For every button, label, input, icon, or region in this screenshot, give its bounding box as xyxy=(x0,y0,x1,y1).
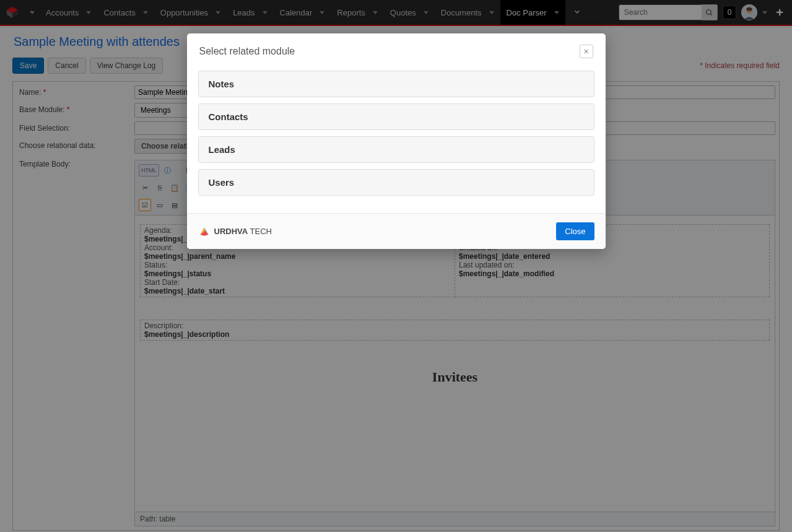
module-option-contacts[interactable]: Contacts xyxy=(198,103,594,130)
modal-close-x[interactable]: × xyxy=(580,45,593,58)
modal-close-button[interactable]: Close xyxy=(556,222,594,240)
module-option-notes[interactable]: Notes xyxy=(198,71,594,97)
module-option-leads[interactable]: Leads xyxy=(198,136,594,163)
modal-brand: URDHVA TECH xyxy=(198,225,272,238)
brand-logo-icon xyxy=(198,225,211,238)
module-option-users[interactable]: Users xyxy=(198,169,594,196)
modal-title: Select related module xyxy=(199,46,295,57)
modal-overlay[interactable]: Select related module × NotesContactsLea… xyxy=(0,0,792,532)
select-related-module-modal: Select related module × NotesContactsLea… xyxy=(187,33,606,249)
